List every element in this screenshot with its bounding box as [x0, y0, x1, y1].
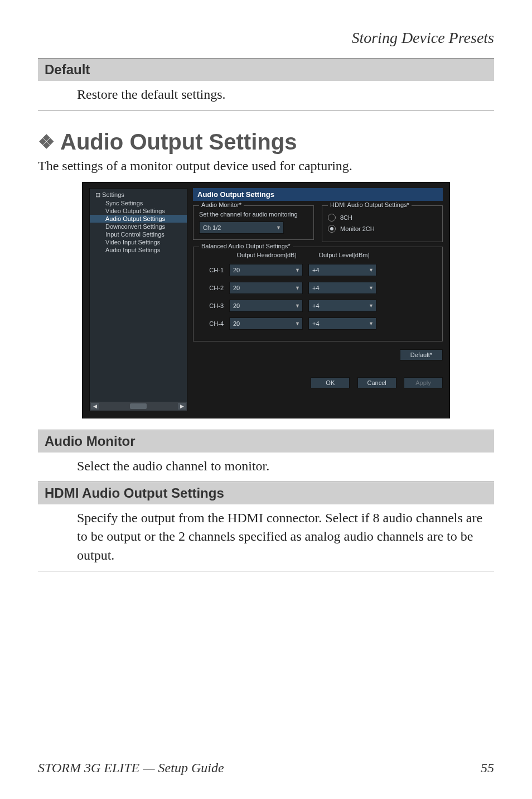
footer-page-number: 55	[481, 761, 494, 776]
chevron-down-icon: ▼	[295, 321, 300, 326]
hdmi-group: HDMI Audio Output Settings* 8CH Monitor …	[322, 205, 443, 242]
scroll-left-icon[interactable]: ◀	[91, 403, 99, 410]
chevron-down-icon: ▼	[369, 303, 374, 309]
page-header: Storing Device Presets	[38, 29, 494, 47]
bal-row: CH-1 20▼ +4▼	[199, 264, 437, 276]
audio-monitor-label: Audio Monitor*	[199, 201, 244, 208]
chevron-down-icon: ▼	[295, 267, 300, 273]
radio-icon	[328, 225, 336, 233]
apply-button[interactable]: Apply	[404, 377, 443, 388]
hdmi-8ch-option[interactable]: 8CH	[328, 214, 437, 222]
chevron-down-icon: ▼	[369, 267, 374, 273]
audio-monitor-desc: Set the channel for audio monitoring	[199, 210, 308, 218]
audio-monitor-head: Audio Monitor	[38, 430, 494, 453]
section-heading: ❖Audio Output Settings	[38, 129, 494, 155]
bal-row: CH-3 20▼ +4▼	[199, 300, 437, 312]
chevron-down-icon: ▼	[369, 285, 374, 291]
default-body: Restore the default settings.	[38, 81, 494, 110]
headroom-select[interactable]: 20▼	[229, 300, 303, 312]
section-intro: The settings of a monitor output device …	[38, 157, 494, 176]
level-select[interactable]: +4▼	[308, 264, 376, 276]
balanced-group: Balanced Audio Output Settings* Output H…	[193, 247, 443, 341]
audio-monitor-select[interactable]: Ch 1/2 ▼	[199, 222, 284, 234]
tree-item[interactable]: Audio Input Settings	[90, 246, 187, 254]
dialog-screenshot: ⊟ Settings Sync Settings Video Output Se…	[82, 182, 450, 418]
bal-row: CH-4 20▼ +4▼	[199, 317, 437, 330]
tree-scrollbar[interactable]: ◀ ▶	[90, 402, 187, 411]
tree-root[interactable]: ⊟ Settings	[90, 191, 187, 199]
hdmi-group-label: HDMI Audio Output Settings*	[328, 201, 412, 208]
page-footer: STORM 3G ELITE — Setup Guide 55	[38, 761, 494, 776]
balanced-group-label: Balanced Audio Output Settings*	[199, 243, 293, 249]
lower-table: Audio Monitor Select the audio channel t…	[38, 430, 494, 571]
hdmi-head: HDMI Audio Output Settings	[38, 482, 494, 504]
headroom-select[interactable]: 20▼	[229, 282, 303, 294]
hdmi-monitor2ch-option[interactable]: Monitor 2CH	[328, 225, 437, 233]
level-select[interactable]: +4▼	[308, 282, 376, 294]
pane-title: Audio Output Settings	[193, 188, 443, 201]
chevron-down-icon: ▼	[369, 321, 374, 326]
audio-monitor-group: Audio Monitor* Set the channel for audio…	[193, 205, 314, 240]
tree-item[interactable]: Downconvert Settings	[90, 223, 187, 230]
level-header: Output Level[dBm]	[309, 252, 379, 258]
scroll-right-icon[interactable]: ▶	[178, 403, 186, 410]
settings-tree[interactable]: ⊟ Settings Sync Settings Video Output Se…	[89, 188, 187, 411]
chevron-down-icon: ▼	[295, 303, 300, 309]
diamond-icon: ❖	[38, 131, 55, 153]
settings-pane: Audio Output Settings Audio Monitor* Set…	[193, 188, 443, 411]
ok-button[interactable]: OK	[311, 377, 350, 388]
audio-monitor-body: Select the audio channel to monitor.	[38, 453, 494, 482]
tree-item[interactable]: Video Output Settings	[90, 207, 187, 215]
chevron-down-icon: ▼	[276, 225, 281, 230]
headroom-select[interactable]: 20▼	[229, 317, 303, 330]
section-title: Audio Output Settings	[60, 129, 297, 154]
default-head: Default	[38, 59, 494, 81]
tree-item[interactable]: Video Input Settings	[90, 238, 187, 246]
tree-item[interactable]: Input Control Settings	[90, 230, 187, 238]
default-table: Default Restore the default settings.	[38, 58, 494, 110]
footer-left: STORM 3G ELITE — Setup Guide	[38, 761, 224, 776]
headroom-header: Output Headroom[dB]	[229, 252, 304, 258]
bal-row: CH-2 20▼ +4▼	[199, 282, 437, 294]
chevron-down-icon: ▼	[295, 285, 300, 291]
radio-icon	[328, 214, 336, 222]
page: Storing Device Presets Default Restore t…	[0, 0, 532, 799]
cancel-button[interactable]: Cancel	[357, 377, 396, 388]
hdmi-body: Specify the output from the HDMI connect…	[38, 504, 494, 571]
default-button[interactable]: Default*	[400, 349, 443, 360]
scroll-thumb[interactable]	[130, 403, 147, 409]
level-select[interactable]: +4▼	[308, 317, 376, 330]
level-select[interactable]: +4▼	[308, 300, 376, 312]
headroom-select[interactable]: 20▼	[229, 264, 303, 276]
tree-item-selected[interactable]: Audio Output Settings	[90, 215, 187, 223]
tree-item[interactable]: Sync Settings	[90, 199, 187, 207]
